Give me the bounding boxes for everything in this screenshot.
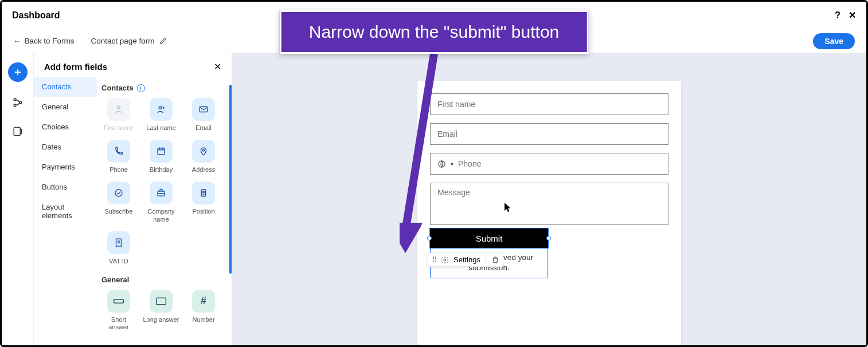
resize-handle-left[interactable] (427, 236, 432, 240)
svg-point-0 (14, 98, 16, 101)
first-name-input[interactable]: First name (430, 93, 668, 115)
arrow-left-icon: ← (13, 37, 21, 45)
trash-icon[interactable] (491, 256, 499, 264)
placeholder: First name (437, 100, 475, 109)
field-birthday[interactable]: Birthday (143, 140, 179, 174)
field-label: Email (196, 124, 212, 132)
field-number[interactable]: # Number (185, 290, 222, 331)
resize-handle-right[interactable] (546, 236, 551, 240)
svg-rect-13 (114, 299, 124, 303)
field-label: First name (104, 124, 134, 132)
email-input[interactable]: Email (430, 123, 668, 145)
templates-icon[interactable] (10, 123, 26, 139)
category-dates[interactable]: Dates (34, 137, 97, 157)
form-canvas[interactable]: First name Email ▾ Phone Message ⠿ Setti… (232, 53, 866, 345)
svg-point-16 (444, 259, 446, 261)
svg-point-4 (118, 107, 120, 109)
form-preview: First name Email ▾ Phone Message ⠿ Setti… (417, 81, 681, 345)
svg-point-8 (203, 149, 205, 151)
field-label: Position (192, 208, 214, 215)
field-subscribe[interactable]: Subscribe (100, 182, 137, 223)
briefcase-icon (150, 182, 173, 204)
category-list: Contacts General Choices Dates Payments … (34, 77, 97, 344)
svg-rect-3 (14, 127, 20, 135)
save-button[interactable]: Save (813, 33, 855, 49)
annotation-callout: Narrow down the "submit" button (280, 10, 589, 54)
long-answer-icon (150, 290, 173, 313)
field-phone[interactable]: Phone (100, 140, 137, 174)
field-long-answer[interactable]: Long answer (143, 290, 179, 331)
field-position[interactable]: Position (185, 182, 222, 223)
globe-icon[interactable] (437, 160, 446, 168)
info-icon[interactable]: i (137, 84, 145, 92)
panel-close-icon[interactable]: ✕ (214, 61, 221, 72)
field-label: Phone (110, 166, 128, 174)
phone-input[interactable]: ▾ Phone (430, 153, 668, 175)
field-label: Address (192, 166, 215, 174)
short-answer-icon (107, 290, 130, 313)
close-icon[interactable]: ✕ (849, 10, 856, 21)
add-fields-panel: Add form fields ✕ Contacts General Choic… (34, 53, 232, 345)
svg-rect-14 (157, 298, 166, 305)
category-layout[interactable]: Layout elements (34, 197, 97, 226)
person-badge-icon (192, 182, 215, 204)
automations-icon[interactable] (10, 94, 26, 111)
form-name-label: Contact page form (91, 37, 155, 45)
message-input[interactable]: Message (430, 183, 668, 225)
placeholder: Phone (458, 159, 481, 168)
field-short-answer[interactable]: Short answer (100, 290, 137, 331)
panel-title: Add form fields (44, 62, 107, 72)
back-label: Back to Forms (25, 37, 75, 45)
svg-rect-7 (158, 148, 165, 155)
element-toolbar[interactable]: ⠿ Settings | (428, 253, 503, 267)
help-icon[interactable]: ? (835, 10, 840, 21)
gear-icon[interactable] (441, 256, 449, 264)
person-plus-icon (150, 98, 173, 121)
calendar-icon (150, 140, 173, 163)
field-label: Birthday (150, 166, 173, 174)
category-contacts[interactable]: Contacts (34, 77, 97, 97)
hash-icon: # (192, 290, 215, 313)
field-first-name: First name (100, 98, 137, 132)
field-label: Long answer (143, 316, 179, 324)
field-last-name[interactable]: Last name (143, 98, 179, 132)
placeholder: Message (437, 188, 470, 197)
group-general-label: General (101, 275, 129, 284)
field-label: Last name (146, 124, 175, 132)
svg-point-9 (115, 190, 122, 196)
category-general[interactable]: General (34, 97, 97, 117)
field-company[interactable]: Company name (143, 182, 179, 223)
submit-button[interactable]: Submit (430, 228, 548, 248)
category-buttons[interactable]: Buttons (34, 177, 97, 197)
receipt-icon (107, 231, 130, 254)
chevron-down-icon[interactable]: ▾ (451, 161, 453, 167)
envelope-icon (192, 98, 215, 121)
settings-label[interactable]: Settings (453, 255, 480, 264)
field-email[interactable]: Email (185, 98, 222, 132)
field-label: VAT ID (109, 258, 128, 265)
field-label: Company name (143, 208, 179, 223)
left-rail (2, 53, 34, 345)
scrollbar[interactable] (229, 85, 232, 274)
back-to-forms-link[interactable]: ← Back to Forms (13, 37, 83, 45)
phone-icon (107, 140, 130, 163)
pencil-icon[interactable] (159, 37, 167, 45)
pin-icon (192, 140, 215, 163)
svg-point-1 (14, 104, 16, 107)
person-icon (107, 98, 130, 121)
svg-point-12 (203, 191, 205, 193)
field-label: Subscribe (105, 208, 133, 215)
submit-button-wrap[interactable]: Submit (430, 228, 548, 248)
field-label: Number (192, 316, 214, 324)
field-vat[interactable]: VAT ID (100, 231, 137, 265)
svg-point-5 (159, 107, 162, 109)
group-contacts-label: Contacts (101, 84, 134, 92)
form-name[interactable]: Contact page form (91, 37, 167, 45)
add-button[interactable] (8, 62, 28, 82)
category-payments[interactable]: Payments (34, 157, 97, 177)
field-address[interactable]: Address (185, 140, 222, 174)
page-title: Dashboard (12, 10, 60, 21)
cursor-icon (504, 202, 512, 212)
category-choices[interactable]: Choices (34, 117, 97, 137)
drag-handle-icon[interactable]: ⠿ (432, 255, 436, 264)
